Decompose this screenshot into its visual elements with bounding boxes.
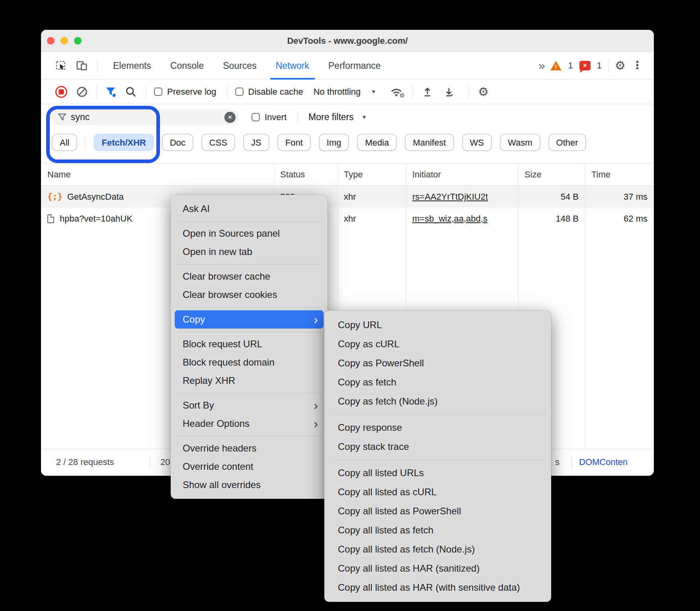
filter-chip-manifest[interactable]: Manifest — [405, 134, 454, 151]
tab-network[interactable]: Network — [266, 52, 319, 80]
filter-chip-other[interactable]: Other — [548, 134, 586, 151]
error-icon[interactable]: × — [579, 61, 591, 70]
network-conditions-icon[interactable]: ⚙ — [390, 86, 403, 97]
menu-item-label: Copy as cURL — [338, 339, 400, 350]
tab-elements[interactable]: Elements — [103, 52, 161, 80]
menu-item-override-headers[interactable]: Override headers — [171, 439, 328, 457]
network-settings-gear-icon[interactable]: ⚙ — [478, 86, 489, 98]
menu-item-copy-stack-trace[interactable]: Copy stack trace — [324, 437, 551, 456]
initiator-link[interactable]: rs=AA2YrTtDjKIU2t — [412, 186, 488, 208]
disable-cache-checkbox[interactable] — [235, 88, 244, 96]
preserve-log-checkbox[interactable] — [154, 88, 162, 96]
menu-item-copy-all-listed-as-curl[interactable]: Copy all listed as cURL — [324, 483, 551, 502]
filter-chip-ws[interactable]: WS — [462, 134, 492, 151]
error-count: 1 — [597, 60, 602, 71]
titlebar: DevTools - www.google.com/ — [41, 30, 654, 52]
filter-row: × Invert More filters ▼ — [41, 104, 654, 130]
menu-item-copy-all-listed-as-fetch-node-js[interactable]: Copy all listed as fetch (Node.js) — [324, 540, 551, 559]
filter-chip-wasm[interactable]: Wasm — [500, 134, 540, 151]
table-row[interactable]: {;}GetAsyncData200xhrrs=AA2YrTtDjKIU2t54… — [41, 186, 654, 208]
column-header-name[interactable]: Name — [41, 163, 274, 185]
menu-item-copy-as-curl[interactable]: Copy as cURL — [324, 335, 551, 354]
menu-item-header-options[interactable]: Header Options› — [171, 414, 328, 433]
menu-item-block-request-domain[interactable]: Block request domain — [171, 353, 328, 372]
export-har-icon[interactable] — [443, 86, 454, 97]
size-cell: 148 B — [518, 208, 585, 230]
import-har-icon[interactable] — [422, 86, 433, 97]
search-icon[interactable] — [125, 86, 137, 98]
tab-sources[interactable]: Sources — [213, 52, 266, 80]
column-divider — [585, 163, 585, 449]
more-filters-button[interactable]: More filters ▼ — [308, 112, 367, 123]
throttling-caret-icon[interactable]: ▼ — [371, 89, 376, 95]
panel-tabs: ElementsConsoleSourcesNetworkPerformance — [103, 52, 390, 80]
table-row[interactable]: hpba?vet=10ahUKxhrm=sb_wiz,aa,abd,s148 B… — [41, 208, 654, 230]
time-cell: 37 ms — [585, 186, 654, 208]
menu-item-copy-all-listed-as-powershell[interactable]: Copy all listed as PowerShell — [324, 502, 551, 521]
context-menu: Ask AIOpen in Sources panelOpen in new t… — [171, 195, 328, 499]
preserve-log-label: Preserve log — [167, 87, 216, 97]
menu-item-clear-browser-cache[interactable]: Clear browser cache — [171, 267, 328, 286]
menu-item-show-all-overrides[interactable]: Show all overrides — [171, 476, 328, 494]
menu-item-copy-all-listed-urls[interactable]: Copy all listed URLs — [324, 463, 551, 483]
menu-item-ask-ai[interactable]: Ask AI — [171, 200, 328, 218]
menu-item-override-content[interactable]: Override content — [171, 457, 328, 476]
tab-performance[interactable]: Performance — [319, 52, 390, 80]
menu-item-copy-all-listed-as-fetch[interactable]: Copy all listed as fetch — [324, 521, 551, 540]
menu-item-copy-url[interactable]: Copy URL — [324, 315, 551, 335]
column-header-size[interactable]: Size — [518, 163, 585, 185]
divider — [146, 86, 146, 98]
menu-separator — [324, 411, 551, 418]
inspect-element-icon[interactable] — [55, 60, 66, 71]
warning-icon[interactable]: ! — [550, 60, 562, 71]
menu-item-label: Copy all listed as PowerShell — [338, 506, 461, 517]
window-title: DevTools - www.google.com/ — [41, 30, 654, 52]
column-header-status[interactable]: Status — [274, 163, 337, 185]
menu-item-open-in-new-tab[interactable]: Open in new tab — [171, 243, 328, 261]
menu-item-block-request-url[interactable]: Block request URL — [171, 335, 328, 353]
settings-gear-icon[interactable]: ⚙ — [615, 60, 626, 72]
menu-item-label: Header Options — [183, 418, 250, 429]
filter-funnel-icon[interactable] — [105, 86, 116, 97]
menu-item-copy-as-powershell[interactable]: Copy as PowerShell — [324, 354, 551, 373]
filter-input[interactable] — [71, 112, 224, 123]
clear-filter-icon[interactable]: × — [224, 112, 236, 123]
divider — [85, 136, 86, 149]
filter-chip-fetch-xhr[interactable]: Fetch/XHR — [94, 134, 154, 151]
menu-item-open-in-sources-panel[interactable]: Open in Sources panel — [171, 224, 328, 243]
column-header-type[interactable]: Type — [337, 163, 406, 185]
filter-chip-media[interactable]: Media — [357, 134, 397, 151]
menu-item-label: Copy — [183, 314, 205, 325]
menu-item-label: Block request URL — [183, 339, 262, 350]
menu-item-clear-browser-cookies[interactable]: Clear browser cookies — [171, 286, 328, 304]
menu-item-copy-all-listed-as-har-with-sensitive-data[interactable]: Copy all listed as HAR (with sensitive d… — [324, 578, 551, 597]
tab-console[interactable]: Console — [161, 52, 213, 80]
menu-item-replay-xhr[interactable]: Replay XHR — [171, 372, 328, 390]
menu-item-copy-as-fetch[interactable]: Copy as fetch — [324, 373, 551, 392]
filter-chip-all[interactable]: All — [52, 134, 77, 151]
filter-chip-doc[interactable]: Doc — [162, 134, 193, 151]
initiator-link[interactable]: m=sb_wiz,aa,abd,s — [412, 208, 487, 230]
menu-separator — [171, 261, 328, 267]
clear-network-log-icon[interactable] — [76, 86, 88, 98]
record-stop-icon[interactable] — [55, 86, 67, 98]
filter-chip-js[interactable]: JS — [243, 134, 269, 151]
filter-chip-font[interactable]: Font — [277, 134, 311, 151]
throttling-select[interactable]: No throttling — [314, 87, 361, 97]
column-header-initiator[interactable]: Initiator — [406, 163, 518, 185]
menu-item-copy-as-fetch-node-js[interactable]: Copy as fetch (Node.js) — [324, 392, 551, 411]
menu-item-copy-all-listed-as-har-sanitized[interactable]: Copy all listed as HAR (sanitized) — [324, 559, 551, 578]
menu-item-copy-response[interactable]: Copy response — [324, 418, 551, 437]
menu-item-sort-by[interactable]: Sort By› — [171, 396, 328, 414]
column-header-time[interactable]: Time — [585, 163, 654, 185]
kebab-menu-icon[interactable]: ⋮ — [632, 60, 643, 71]
menu-item-label: Copy as PowerShell — [338, 358, 424, 369]
menu-item-label: Copy stack trace — [338, 441, 409, 452]
menu-item-copy[interactable]: Copy› — [175, 310, 324, 329]
device-toolbar-icon[interactable] — [76, 60, 88, 71]
filter-input-pill[interactable]: × — [52, 109, 239, 125]
filter-chip-css[interactable]: CSS — [201, 134, 235, 151]
invert-checkbox[interactable] — [252, 113, 260, 121]
filter-chip-img[interactable]: Img — [319, 134, 349, 151]
more-tabs-icon[interactable]: » — [538, 59, 544, 72]
